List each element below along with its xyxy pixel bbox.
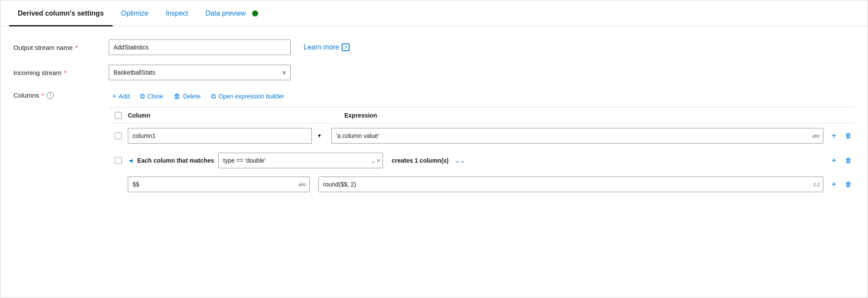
output-stream-label: Output stream name * [13,44,109,51]
incoming-stream-required: * [64,69,67,76]
sub-row-expr-input[interactable] [318,177,823,192]
columns-label-row: Columns * i + Add ⧉ Clone [13,90,855,196]
data-preview-status-dot [252,10,258,16]
sub-row-add-button[interactable]: + [828,178,840,190]
pattern-match-input[interactable] [218,153,383,168]
tab-optimize-label: Optimize [121,10,149,17]
row1-expr-wrapper: abc [331,128,823,144]
columns-content: + Add ⧉ Clone 🗑 Delete ⧉ [109,90,855,196]
pattern-delete-button[interactable]: 🗑 [842,154,855,167]
creates-label: creates 1 column(s) [392,157,449,164]
chevron-down-icon: ▼ [317,133,322,139]
sub-col-badge: abc [298,182,306,187]
expand-button[interactable]: ⌄⌄ [455,157,465,164]
row1-checkbox[interactable] [115,132,122,139]
output-stream-required: * [75,44,78,51]
plus-icon: + [112,92,116,100]
clone-button[interactable]: ⧉ Clone [136,90,170,103]
tab-datapreview[interactable]: Data preview [197,0,266,26]
pattern-clear-button[interactable]: ⌄ × [371,157,380,164]
tab-inspect[interactable]: Inspect [157,0,197,26]
sub-row-col-input[interactable] [128,177,310,192]
expression-header: Expression [344,112,820,119]
pattern-row: ◄ Each column that matches ⌄ × [109,148,855,173]
trash-icon: 🗑 [174,92,181,100]
columns-required: * [42,92,44,99]
tab-settings[interactable]: Derived column's settings [9,0,113,26]
tab-bar: Derived column's settings Optimize Inspe… [0,0,868,26]
row1-delete-button[interactable]: 🗑 [842,130,855,142]
plus-icon: + [831,156,836,166]
sub-row-expr-badge: 1.2 [813,182,820,187]
incoming-stream-row: Incoming stream * BasketballStats ∨ [13,65,855,80]
expression-builder-button[interactable]: ⧉ Open expression builder [207,90,291,103]
tab-settings-label: Derived column's settings [18,10,104,17]
incoming-stream-select-wrapper: BasketballStats ∨ [109,65,291,80]
tab-inspect-label: Inspect [166,10,188,17]
columns-toolbar: + Add ⧉ Clone 🗑 Delete ⧉ [109,90,855,107]
trash-icon: 🗑 [845,132,852,140]
output-stream-row: Output stream name * Learn more ↗ [13,39,855,55]
sub-row: abc 1.2 + 🗑 [109,173,855,196]
row1-expr-input[interactable] [331,128,823,144]
table-row: ▼ abc + [109,124,855,148]
info-icon[interactable]: i [47,92,54,99]
pattern-row-actions: + 🗑 [828,154,855,167]
settings-content: Output stream name * Learn more ↗ Incomi… [0,26,868,298]
clone-icon: ⧉ [140,92,145,100]
output-stream-input[interactable] [109,39,291,55]
plus-icon: + [831,180,836,190]
pattern-checkbox[interactable] [115,157,122,164]
row1-actions: + 🗑 [828,130,855,142]
learn-more-link[interactable]: Learn more ↗ [304,43,350,51]
row1-expr-badge: abc [812,133,820,138]
sub-row-delete-button[interactable]: 🗑 [842,178,855,190]
sub-row-expr-wrapper: 1.2 [318,177,823,192]
sub-row-col-wrapper: abc [128,177,310,192]
row1-col-dropdown-btn[interactable]: ▼ [311,128,327,144]
chevron-down-icon: ⌄ [371,157,376,164]
tab-datapreview-label: Data preview [205,10,246,17]
row1-add-button[interactable]: + [828,130,840,142]
columns-section: Columns * i + Add ⧉ Clone [13,90,855,196]
pattern-add-button[interactable]: + [828,154,840,167]
learn-more-label: Learn more [304,43,339,51]
incoming-stream-label: Incoming stream * [13,69,109,76]
header-checkbox-cell [109,112,128,119]
close-icon: × [377,157,380,164]
delete-button[interactable]: 🗑 Delete [170,90,207,103]
pattern-checkbox-cell [109,157,128,164]
tab-optimize[interactable]: Optimize [113,0,157,26]
plus-icon: + [831,131,836,141]
table-header-row: Column Expression [109,108,855,124]
external-link-icon: ↗ [342,43,350,51]
sub-row-actions: + 🗑 [828,178,855,190]
open-expression-icon: ⧉ [211,92,216,100]
incoming-stream-select[interactable]: BasketballStats [109,65,291,80]
row1-col-input-wrapper: ▼ [128,128,327,144]
trash-icon: 🗑 [845,180,852,188]
column-header: Column [128,112,344,119]
row1-checkbox-cell [109,132,128,139]
columns-table: Column Expression [109,107,855,196]
add-button[interactable]: + Add [109,90,136,103]
row1-col-input[interactable] [128,128,327,144]
pattern-collapse-button[interactable]: ◄ [128,157,134,164]
pattern-label: Each column that matches [137,157,214,164]
header-checkbox[interactable] [115,112,122,119]
trash-icon: 🗑 [845,157,852,164]
columns-label: Columns * i [13,90,109,99]
pattern-match-wrapper: ⌄ × [218,153,383,168]
